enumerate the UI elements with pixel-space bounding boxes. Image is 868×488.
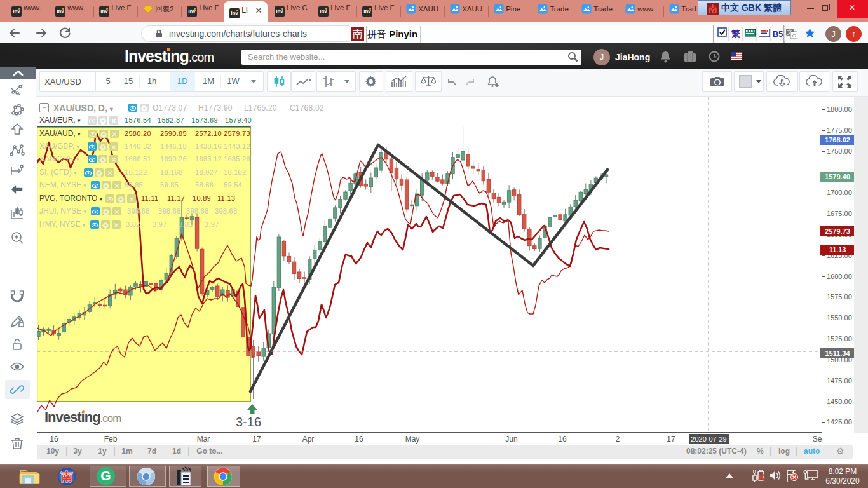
svg-text:G: G xyxy=(792,33,796,39)
svg-text:南: 南 xyxy=(60,470,73,484)
